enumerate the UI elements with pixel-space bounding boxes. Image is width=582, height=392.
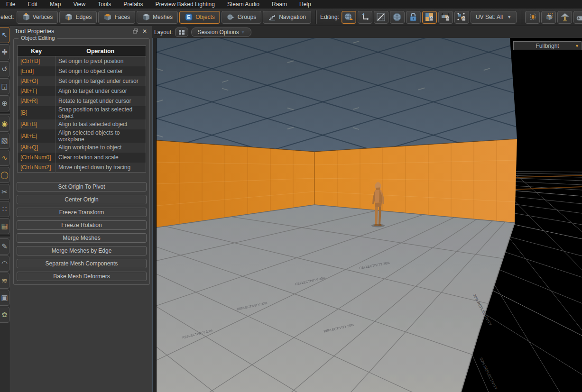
- wireframe-box-icon: [527, 12, 538, 22]
- world-move-icon: [343, 12, 354, 22]
- menu-file[interactable]: File: [0, 0, 21, 9]
- scale-tool[interactable]: ◱: [0, 78, 9, 94]
- table-row: [Alt+R]Rotate to target under cursor: [18, 96, 146, 106]
- gamepad-icon: [575, 12, 582, 22]
- toolbar-separator: [521, 10, 522, 24]
- viewport-3d[interactable]: REFLECTIVITY 30% REFLECTIVITY 30% REFLEC…: [157, 38, 582, 392]
- menu-preview-baked-lighting[interactable]: Preview Baked Lighting: [149, 0, 221, 9]
- objects-entity-icon: E: [185, 13, 193, 21]
- table-row: [Alt+O]Set origin to target under cursor: [18, 76, 146, 86]
- texture-lock-icon: [424, 12, 434, 22]
- menu-edit[interactable]: Edit: [21, 0, 44, 9]
- world-grid-button[interactable]: [390, 11, 405, 24]
- knife-tool[interactable]: ✂: [0, 184, 9, 200]
- table-row: [Alt+E]Align selected objects to workpla…: [18, 129, 146, 143]
- polygon-tool[interactable]: ◯: [0, 167, 9, 183]
- lock-button[interactable]: [406, 11, 421, 24]
- panel-viewport-splitter[interactable]: [152, 38, 157, 392]
- axis-orientation-button[interactable]: [358, 11, 372, 24]
- freeze-rotation-button[interactable]: Freeze Rotation: [17, 220, 147, 230]
- session-options-dropdown[interactable]: Session Options ▼: [191, 27, 251, 37]
- table-row: [Alt+Q]Align workplane to object: [18, 143, 146, 153]
- merge-meshes-by-edge-button[interactable]: Merge Meshes by Edge: [17, 246, 147, 255]
- box-select-button[interactable]: [541, 11, 556, 24]
- table-row: [Ctrl+Num2]Move object down by tracing: [18, 163, 146, 173]
- chevron-down-icon: ▼: [241, 30, 245, 35]
- texture-lock-button[interactable]: [422, 11, 437, 24]
- light-tool[interactable]: ◉: [0, 116, 9, 132]
- select-mode-label: elect:: [0, 14, 14, 20]
- texture-move-lock-button[interactable]: [438, 11, 453, 24]
- deform-tool[interactable]: ≋: [0, 273, 9, 289]
- layout-grid-icon: [178, 29, 185, 35]
- box-select-icon: [544, 12, 554, 22]
- bake-mesh-deformers-button[interactable]: Bake Mesh Deformers: [17, 272, 147, 281]
- table-row: [Alt+T]Align to target under cursor: [18, 86, 146, 96]
- main-toolbar: elect: Vertices Edges Faces Meshes E: [0, 9, 582, 26]
- panel-title: Tool Properties: [15, 28, 54, 35]
- menu-prefabs[interactable]: Prefabs: [117, 0, 149, 9]
- terrain-tool[interactable]: ◠: [0, 255, 9, 272]
- menu-map[interactable]: Map: [44, 0, 67, 9]
- mode-objects-button[interactable]: E Objects: [179, 11, 220, 24]
- render-mode-dropdown[interactable]: Fullbright ▼: [513, 41, 582, 50]
- paint-tool[interactable]: ✎: [0, 238, 9, 255]
- merge-meshes-button[interactable]: Merge Meshes: [17, 233, 147, 243]
- vertex-tool[interactable]: ∷: [0, 201, 9, 217]
- workplane-cut-button[interactable]: [374, 11, 388, 24]
- mode-groups-button[interactable]: Groups: [222, 11, 261, 24]
- mode-faces-button[interactable]: Faces: [98, 11, 135, 24]
- texture-tool[interactable]: ▦: [0, 218, 9, 234]
- foliage-tool[interactable]: ✿: [0, 307, 9, 323]
- mode-edges-button[interactable]: Edges: [59, 11, 97, 24]
- prop-tree-icon: [560, 12, 570, 22]
- set-origin-to-pivot-button[interactable]: Set Origin To Pivot: [17, 182, 147, 191]
- svg-text:E: E: [187, 14, 190, 20]
- object-editing-group: Object Editing Key Operation [Ctrl+D]Set…: [13, 38, 150, 285]
- menu-raam[interactable]: Raam: [266, 0, 293, 9]
- close-panel-icon[interactable]: ✕: [141, 28, 148, 35]
- gamepad-button[interactable]: [573, 11, 582, 24]
- center-origin-button[interactable]: Center Origin: [17, 195, 147, 204]
- add-tool[interactable]: ⊕: [0, 95, 9, 111]
- menu-steam-audio[interactable]: Steam Audio: [221, 0, 266, 9]
- table-row: [Ctrl+D]Set origin to pivot position: [18, 56, 146, 66]
- select-tool[interactable]: ↖: [0, 27, 9, 43]
- panel-titlebar[interactable]: Tool Properties ✕: [11, 26, 152, 36]
- hotkey-table: Key Operation [Ctrl+D]Set origin to pivo…: [17, 46, 146, 173]
- menu-help[interactable]: Help: [293, 0, 317, 9]
- rotate-tool[interactable]: ↺: [0, 61, 9, 77]
- array-tool[interactable]: ▣: [0, 290, 9, 306]
- move-tool[interactable]: ✚: [0, 44, 9, 60]
- mode-meshes-button[interactable]: Meshes: [137, 11, 178, 24]
- world-move-button[interactable]: [342, 11, 356, 24]
- toolbar-separator: [315, 10, 317, 24]
- editing-label: Editing:: [320, 14, 339, 20]
- tool-group-separator: [0, 235, 10, 237]
- uv-set-dropdown[interactable]: UV Set: All ▼: [471, 11, 517, 24]
- cube-tool[interactable]: ▧: [0, 133, 9, 149]
- world-grid-icon: [392, 12, 402, 22]
- vertices-cube-icon: [22, 13, 30, 21]
- tool-group-separator: [0, 112, 10, 115]
- separate-mesh-components-button[interactable]: Separate Mesh Components: [17, 259, 147, 268]
- viewport-toolbar: Layout: Session Options ▼: [152, 26, 582, 38]
- menu-tools[interactable]: Tools: [92, 0, 117, 9]
- menu-view[interactable]: View: [67, 0, 92, 9]
- column-header-key: Key: [18, 46, 55, 56]
- mode-vertices-button[interactable]: Vertices: [17, 11, 58, 24]
- layout-grid-button[interactable]: [175, 27, 188, 37]
- curve-tool[interactable]: ∿: [0, 150, 9, 166]
- tool-properties-panel: Tool Properties ✕ Object Editing Key Ope…: [10, 26, 152, 392]
- groups-icon: [227, 13, 235, 21]
- float-panel-icon[interactable]: [132, 28, 139, 35]
- texture-points-lock-button[interactable]: [454, 11, 469, 24]
- wireframe-box-button[interactable]: [525, 11, 540, 24]
- mode-navigation-button[interactable]: Navigation: [263, 11, 311, 24]
- table-row: [Ctrl+Num0]Clear rotation and scale: [18, 153, 146, 163]
- table-row: [Alt+B]Align to last selected object: [18, 119, 146, 129]
- action-button-stack: Set Origin To Pivot Center Origin Freeze…: [14, 182, 149, 281]
- layout-label: Layout:: [154, 29, 173, 36]
- freeze-transform-button[interactable]: Freeze Transform: [17, 208, 147, 217]
- prop-button[interactable]: [557, 11, 572, 24]
